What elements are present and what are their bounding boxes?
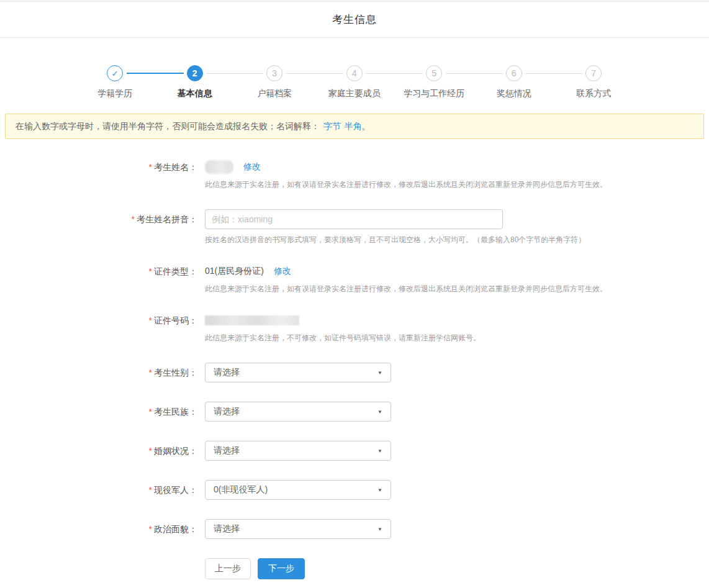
modify-name-link[interactable]: 修改 — [243, 161, 261, 173]
form-actions: 上一步 下一步 — [205, 558, 709, 579]
political-status-row: *政治面貌： 请选择 ▼ — [0, 519, 709, 539]
required-mark: * — [149, 368, 152, 378]
byte-definition-link[interactable]: 字节 — [323, 121, 341, 131]
caret-down-icon: ▼ — [377, 409, 382, 415]
notice-text: 在输入数字或字母时，请使用半角字符，否则可能会造成报名失败；名词解释： — [16, 121, 320, 131]
select-value: 请选择 — [214, 445, 240, 456]
field-label: *考生姓名： — [0, 160, 197, 190]
page-title: 考生信息 — [332, 12, 377, 27]
redacted-candidate-name — [205, 160, 233, 174]
select-value: 0(非现役军人) — [214, 484, 268, 495]
step-number: 4 — [346, 65, 363, 81]
step-connector — [286, 73, 343, 74]
step-number: 6 — [506, 65, 522, 81]
ethnicity-row: *考生民族： 请选择 ▼ — [0, 402, 709, 422]
helper-text: 按姓名的汉语拼音的书写形式填写，要求顶格写，且不可出现空格，大小写均可。（最多输… — [205, 235, 585, 245]
step-connector — [446, 73, 503, 74]
military-service-select[interactable]: 0(非现役军人) ▼ — [205, 480, 391, 500]
pinyin-input[interactable] — [205, 209, 503, 229]
step-number: 5 — [426, 65, 442, 81]
step-4-family-members[interactable]: 4 家庭主要成员 — [315, 65, 395, 99]
candidate-name-row: *考生姓名： 修改 此信息来源于实名注册，如有误请登录实名注册进行修改，修改后退… — [0, 160, 709, 190]
select-value: 请选择 — [214, 523, 240, 535]
step-label: 学习与工作经历 — [394, 88, 474, 99]
required-mark: * — [149, 485, 152, 495]
field-label: *考生民族： — [0, 402, 197, 422]
cert-number-row: *证件号码： 此信息来源于实名注册，不可修改，如证件号码填写错误，请重新注册学信… — [0, 314, 709, 343]
modify-cert-type-link[interactable]: 修改 — [274, 266, 291, 277]
prev-step-button[interactable]: 上一步 — [205, 558, 251, 579]
required-mark: * — [149, 162, 152, 172]
field-label: *考生性别： — [0, 363, 197, 382]
halfwidth-definition-link[interactable]: 半角 — [345, 121, 362, 131]
required-mark: * — [149, 266, 152, 276]
caret-down-icon: ▼ — [377, 527, 382, 532]
select-value: 请选择 — [214, 367, 240, 378]
step-label: 基本信息 — [155, 88, 235, 99]
political-status-select[interactable]: 请选择 ▼ — [205, 519, 391, 539]
step-connector — [127, 73, 184, 74]
step-label: 联系方式 — [554, 88, 634, 99]
field-label: *证件类型： — [0, 265, 197, 294]
field-label: *婚姻状况： — [0, 441, 197, 461]
field-label: *考生姓名拼音： — [0, 209, 197, 245]
marital-status-row: *婚姻状况： 请选择 ▼ — [0, 441, 709, 461]
military-service-row: *现役军人： 0(非现役军人) ▼ — [0, 480, 709, 500]
step-number: 7 — [585, 65, 602, 81]
step-7-contact-info[interactable]: 7 联系方式 — [554, 65, 634, 99]
helper-text: 此信息来源于实名注册，如有误请登录实名注册进行修改，修改后退出系统且关闭浏览器重… — [205, 179, 607, 190]
cert-type-value: 01(居民身份证) — [205, 266, 264, 277]
field-label: *现役军人： — [0, 480, 197, 500]
field-label: *证件号码： — [0, 314, 197, 343]
required-mark: * — [149, 315, 152, 325]
step-2-basic-info[interactable]: 2 基本信息 — [155, 65, 235, 99]
helper-text: 此信息来源于实名注册，不可修改，如证件号码填写错误，请重新注册学信网账号。 — [205, 333, 481, 343]
required-mark: * — [132, 214, 135, 224]
caret-down-icon: ▼ — [377, 370, 382, 376]
marital-status-select[interactable]: 请选择 ▼ — [205, 441, 391, 461]
required-mark: * — [149, 446, 152, 456]
next-step-button[interactable]: 下一步 — [258, 558, 305, 579]
required-mark: * — [149, 524, 152, 534]
wizard-stepper: ✓ 学籍学历 2 基本信息 3 户籍档案 4 家庭主要成员 5 学习与工作经历 … — [75, 65, 634, 99]
caret-down-icon: ▼ — [377, 487, 382, 493]
name-pinyin-row: *考生姓名拼音： 按姓名的汉语拼音的书写形式填写，要求顶格写，且不可出现空格，大… — [0, 209, 709, 245]
field-label: *政治面貌： — [0, 519, 197, 539]
gender-select[interactable]: 请选择 ▼ — [205, 363, 391, 382]
helper-text: 此信息来源于实名注册，如有误请登录实名注册进行修改，修改后退出系统且关闭浏览器重… — [205, 284, 607, 294]
step-number: 2 — [187, 65, 203, 81]
cert-type-row: *证件类型： 01(居民身份证) 修改 此信息来源于实名注册，如有误请登录实名注… — [0, 265, 709, 294]
step-1-xueji-xueli[interactable]: ✓ 学籍学历 — [75, 65, 155, 99]
caret-down-icon: ▼ — [377, 448, 382, 454]
step-label: 学籍学历 — [75, 88, 155, 99]
page-header: 考生信息 — [0, 2, 709, 38]
step-number: 3 — [266, 65, 282, 81]
check-icon: ✓ — [107, 65, 123, 81]
step-3-huji-dangan[interactable]: 3 户籍档案 — [235, 65, 315, 99]
step-connector — [525, 73, 582, 74]
step-label: 户籍档案 — [235, 88, 315, 99]
notice-text-suffix: 。 — [362, 121, 371, 131]
step-connector — [366, 73, 423, 74]
step-label: 奖惩情况 — [474, 88, 554, 99]
halfwidth-notice-banner: 在输入数字或字母时，请使用半角字符，否则可能会造成报名失败；名词解释： 字节 半… — [5, 114, 704, 139]
select-value: 请选择 — [214, 406, 240, 417]
candidate-info-form: *考生姓名： 修改 此信息来源于实名注册，如有误请登录实名注册进行修改，修改后退… — [0, 160, 709, 579]
step-label: 家庭主要成员 — [315, 88, 395, 99]
step-6-rewards-punishments[interactable]: 6 奖惩情况 — [474, 65, 554, 99]
step-connector — [206, 73, 263, 74]
gender-row: *考生性别： 请选择 ▼ — [0, 363, 709, 382]
required-mark: * — [149, 407, 152, 417]
ethnicity-select[interactable]: 请选择 ▼ — [205, 402, 391, 422]
step-5-study-work[interactable]: 5 学习与工作经历 — [394, 65, 474, 99]
redacted-cert-number — [205, 315, 299, 325]
